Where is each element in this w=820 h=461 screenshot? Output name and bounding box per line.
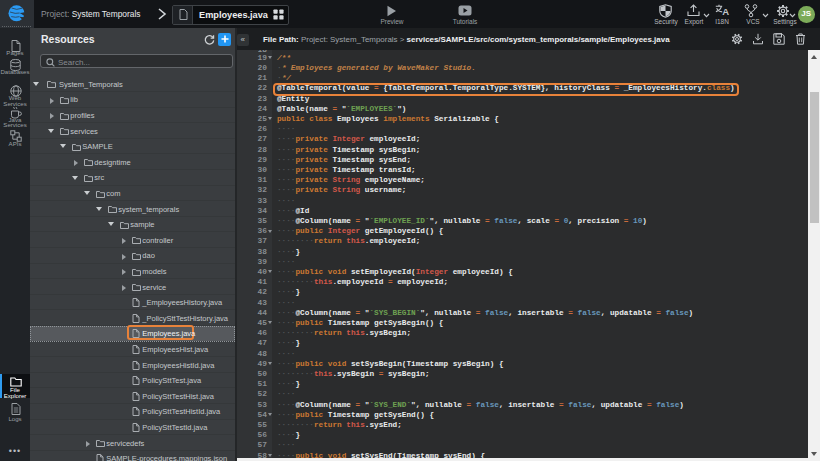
- svg-text:A: A: [722, 6, 729, 17]
